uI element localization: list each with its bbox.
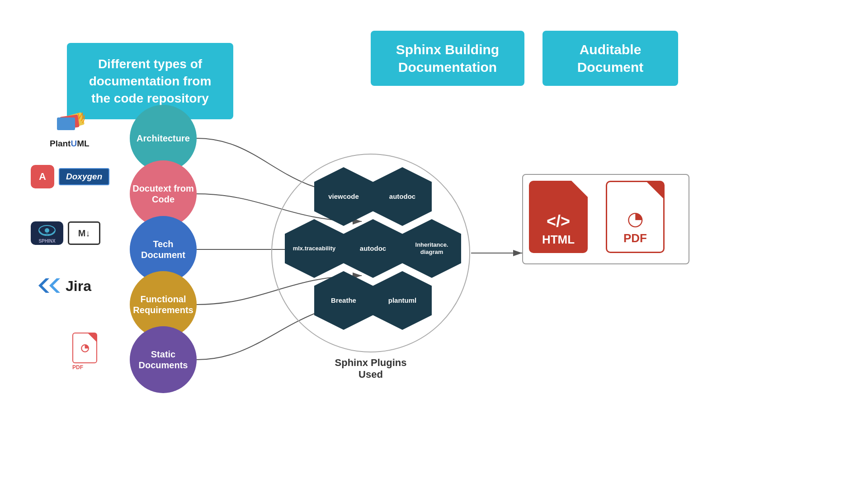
pdf-small-label: PDF — [72, 364, 97, 371]
horus-eye — [36, 223, 58, 238]
hex-cluster: viewcode autodoc mlx.traceability autodo… — [271, 154, 470, 352]
breathe-label: Breathe — [331, 296, 356, 305]
doxygen-area: A Doxygen — [31, 165, 109, 188]
pdf-small-icon: ◔ — [72, 333, 97, 363]
main-diagram: Different types of documentation from th… — [0, 0, 868, 488]
viewcode-label: viewcode — [328, 192, 359, 201]
svg-rect-3 — [57, 117, 75, 130]
svg-marker-7 — [49, 278, 60, 293]
plantuml-label: PlantUML — [50, 139, 90, 149]
plantuml-icon — [52, 112, 88, 137]
circle-static: Static Documents — [130, 326, 197, 393]
html-label: HTML — [542, 233, 575, 247]
architecture-label: Architecture — [137, 133, 190, 144]
pdf-small-area: ◔ PDF — [72, 333, 97, 371]
autodoc1-label: autodoc — [389, 192, 415, 201]
sphinx-building-box: Sphinx Building Documentation — [371, 31, 524, 86]
pdf-output-icon: ◔ PDF — [606, 181, 665, 253]
plugins-label: Sphinx PluginsUsed — [271, 357, 470, 380]
audit-box-text: Auditable Document — [577, 42, 644, 75]
title-text: Different types of documentation from th… — [89, 57, 212, 105]
html-brackets: </> — [547, 212, 570, 231]
markdown-icon: M↓ — [68, 221, 100, 245]
docutext-label: Docutext from Code — [130, 183, 197, 205]
plugins-label-text: Sphinx PluginsUsed — [335, 357, 407, 380]
doxygen-badge: Doxygen — [59, 168, 109, 185]
output-area: </> HTML ◔ PDF — [529, 181, 665, 253]
plantuml-logo: PlantUML — [50, 112, 90, 149]
autodoc2-label: autodoc — [360, 244, 386, 253]
asciidoc-icon: A — [31, 165, 54, 188]
sphinx-icon: SPHINX — [31, 221, 63, 245]
svg-point-5 — [45, 228, 49, 233]
pdf-acrobat-large-symbol: ◔ — [627, 207, 644, 230]
sphinx-tool-label: SPHINX — [38, 239, 55, 244]
sphinx-box-text: Sphinx Building Documentation — [396, 42, 499, 75]
jira-icon — [38, 277, 61, 296]
svg-marker-6 — [38, 278, 49, 293]
techdoc-label: Tech Document — [130, 239, 197, 260]
static-label: Static Documents — [130, 349, 197, 371]
inheritance-label: Inheritance.diagram — [415, 241, 448, 255]
plantuml-hex-label: plantuml — [388, 296, 417, 305]
html-output-icon: </> HTML — [529, 181, 588, 253]
mlx-label: mlx.traceability — [293, 245, 336, 252]
pdf-large-label: PDF — [623, 231, 647, 245]
sphinx-md-area: SPHINX M↓ — [31, 221, 100, 245]
jira-label: Jira — [66, 278, 91, 295]
pdf-acrobat-symbol: ◔ — [80, 342, 89, 354]
audit-box: Auditable Document — [542, 31, 678, 86]
jira-area: Jira — [38, 277, 91, 296]
functional-label: Functional Requirements — [130, 294, 197, 315]
